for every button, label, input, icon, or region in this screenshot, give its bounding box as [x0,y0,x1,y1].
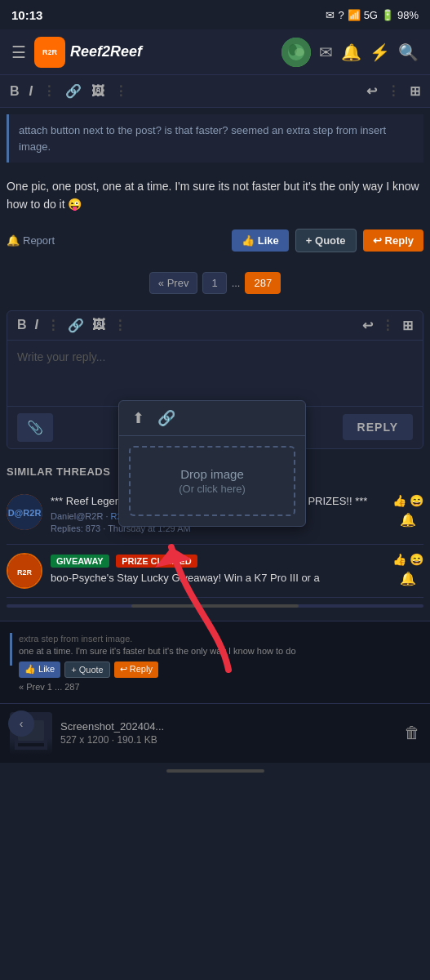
mini-reply-button[interactable]: ↩ Reply [114,662,158,678]
editor-undo-button[interactable]: ↩ [362,318,373,333]
editor-image-button[interactable]: 🖼 [92,318,105,332]
svg-rect-11 [18,743,44,746]
insert-dropdown: ⬆ 🔗 Drop image (Or click here) [118,400,306,527]
top-navigation: ☰ R2R Reef2Reef ✉ 🔔 ⚡ 🔍 [0,29,430,75]
format-toolbar: B I ⋮ 🔗 🖼 ⋮ ↩ ⋮ ⊞ [0,75,430,108]
editor-italic-button[interactable]: I [35,318,38,332]
italic-button[interactable]: I [29,84,33,99]
thread-reactions-1: 👍 😄 [392,494,423,507]
svg-point-3 [295,48,304,56]
toolbar-separator-3: ⋮ [387,83,400,99]
signal-icon: 📶 [348,9,361,21]
status-bar: 10:13 ✉ ? 📶 5G 🔋 98% [0,0,430,29]
prev-page-button[interactable]: « Prev [149,272,198,294]
mini-content-text: one at a time. I'm sure it's faster but … [19,645,296,657]
page-1-button[interactable]: 1 [202,272,226,294]
logo-area: R2R Reef2Reef [34,37,273,68]
quote-button[interactable]: + Quote [295,229,357,252]
battery-icon: 🔋 [381,9,394,21]
drop-image-area[interactable]: Drop image (Or click here) [129,446,295,516]
laugh-reaction-icon: 😄 [410,494,423,507]
screenshot-info: Screenshot_202404... 430 x 980 · 190.1 … [60,720,164,746]
like-reaction-icon: 👍 [392,494,406,507]
thread-info-2: GIVEAWAY PRIZE CLAIMED boo-Psyche's Stay… [51,553,384,588]
quoted-post: attach button next to the post? is that … [7,114,423,163]
svg-text:R2R: R2R [17,568,33,577]
submit-reply-button[interactable]: REPLY [343,414,413,440]
editor-separator-2: ⋮ [113,318,126,333]
bottom-preview: extra step from insert image. one at a t… [0,621,430,703]
post-container: attach button next to the post? is that … [0,114,430,262]
thread-avatar-2: R2R [7,553,42,589]
thread-avatar-1: D@R2R [7,494,42,530]
laugh-reaction-2-icon: 😄 [410,553,423,566]
status-icons: ✉ ? 📶 5G 🔋 98% [326,9,419,21]
mini-pagination: « Prev 1 ... 287 [19,682,296,692]
reply-label: Reply [385,234,414,247]
image-button[interactable]: 🖼 [91,84,104,99]
post-actions: 🔔 Report 👍 Like + Quote ↩ Reply [0,222,430,259]
screenshot-filename: Screenshot_202404... [60,720,164,733]
back-button[interactable]: ‹ [8,710,34,737]
mini-quote-button[interactable]: + Quote [64,662,109,678]
bold-button[interactable]: B [10,84,20,99]
mini-quoted-text: extra step from insert image. [19,633,296,645]
post-text: One pic, one post, one at a time. I'm su… [7,180,419,211]
status-time: 10:13 [11,8,42,22]
editor-link-button[interactable]: 🔗 [68,318,84,333]
link-insert-icon[interactable]: 🔗 [157,409,175,427]
report-button[interactable]: 🔔 Report [7,234,55,247]
attach-button[interactable]: 📎 [17,413,53,442]
editor-expand-button[interactable]: ⊞ [402,318,413,333]
like-reaction-2-icon: 👍 [392,553,406,566]
current-page-button[interactable]: 287 [245,272,281,294]
link-button[interactable]: 🔗 [65,83,82,99]
screenshot-dimensions: 430 x 980 · 190.1 KB [60,734,164,746]
thread-reactions-2: 👍 😄 [392,553,423,566]
thread-item-2: R2R GIVEAWAY PRIZE CLAIMED boo-Psyche's … [7,545,423,598]
editor-separator-1: ⋮ [47,318,60,333]
search-icon[interactable]: 🔍 [398,42,419,62]
prize-claimed-badge: PRIZE CLAIMED [116,555,197,568]
hamburger-icon[interactable]: ☰ [11,42,26,62]
reply-button[interactable]: ↩ Reply [363,229,423,252]
undo-button[interactable]: ↩ [366,83,377,99]
upload-icon[interactable]: ⬆ [132,409,144,427]
user-avatar[interactable] [281,38,311,67]
mini-like-button[interactable]: 👍 Like [19,662,60,678]
editor-bold-button[interactable]: B [17,318,27,332]
quoted-text: attach button next to the post? is that … [19,122,414,154]
editor-placeholder: Write your reply... [17,350,105,363]
pagination: « Prev 1 ... 287 [0,262,430,304]
bell-icon[interactable]: 🔔 [341,42,361,62]
screenshot-preview: Screenshot_202404... 430 x 980 · 190.1 … [0,703,430,763]
like-button[interactable]: 👍 Like [232,229,289,252]
subscribe-bell-2-icon[interactable]: 🔔 [400,571,416,586]
toolbar-separator-2: ⋮ [114,83,127,99]
r2r-avatar-inner: R2R [8,555,41,587]
bell-small-icon: 🔔 [7,234,20,247]
email-status-icon: ✉ [326,9,335,21]
thumbs-up-icon: 👍 [242,234,255,247]
thread-title-2[interactable]: boo-Psyche's Stay Lucky Giveaway! Win a … [51,571,384,586]
report-label: Report [23,234,55,247]
like-label: Like [258,234,279,247]
home-bar [166,769,264,773]
mail-icon[interactable]: ✉ [319,42,333,62]
mini-thumbs-icon: 👍 [24,664,36,674]
flash-icon[interactable]: ⚡ [370,42,390,62]
editor-separator-3: ⋮ [381,318,394,333]
drop-main-text: Drop image [140,467,284,481]
toolbar-separator-1: ⋮ [42,83,55,99]
wifi-icon: ? [338,9,344,21]
reply-icon: ↩ [373,234,382,247]
editor-body[interactable]: Write your reply... [7,341,423,406]
home-indicator [0,763,430,776]
logo-text[interactable]: Reef2Reef [70,43,142,60]
page-dots: ... [232,277,241,289]
delete-screenshot-icon[interactable]: 🗑 [404,724,420,742]
insert-toolbar: ⬆ 🔗 [119,401,305,436]
expand-button[interactable]: ⊞ [410,83,420,99]
subscribe-bell-icon[interactable]: 🔔 [400,512,416,528]
post-body: One pic, one post, one at a time. I'm su… [0,169,430,222]
